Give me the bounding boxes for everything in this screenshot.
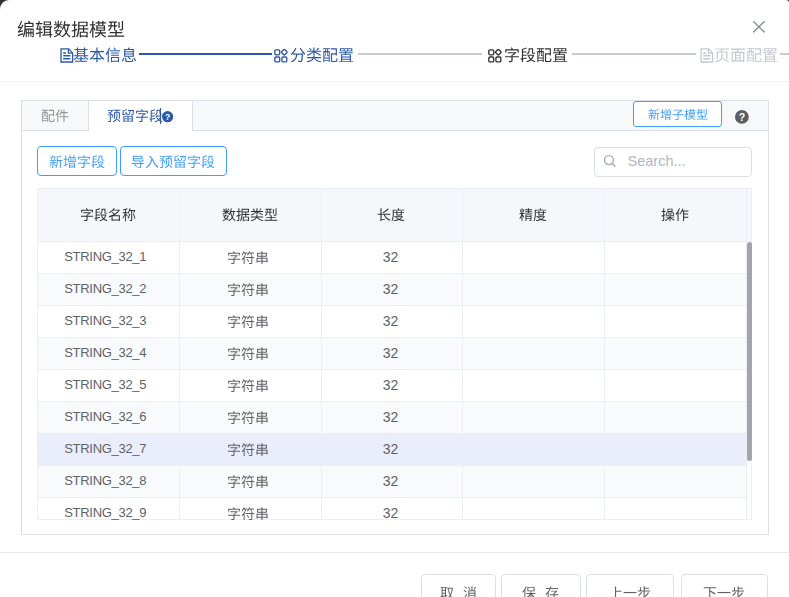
svg-text:?: ? xyxy=(739,110,745,122)
svg-text:?: ? xyxy=(165,112,170,122)
